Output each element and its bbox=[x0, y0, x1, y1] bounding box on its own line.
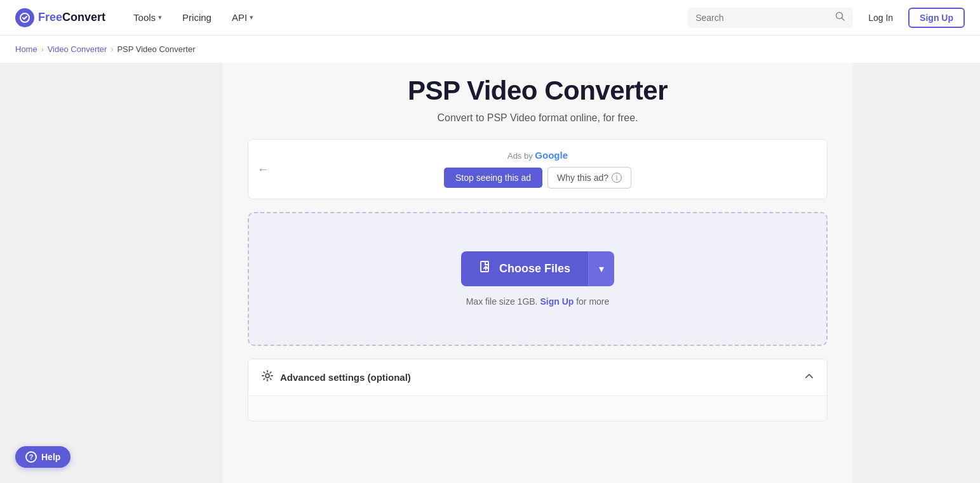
upload-btn-group: Choose Files ▾ bbox=[461, 251, 614, 286]
advanced-settings-body bbox=[248, 395, 827, 421]
left-sidebar bbox=[0, 63, 222, 483]
choose-files-button[interactable]: Choose Files bbox=[461, 251, 588, 286]
nav-pricing[interactable]: Pricing bbox=[175, 7, 219, 28]
main-layout: PSP Video Converter Convert to PSP Video… bbox=[0, 63, 980, 483]
search-input[interactable] bbox=[695, 13, 830, 23]
upload-info: Max file size 1GB. Sign Up for more bbox=[262, 296, 814, 307]
help-button[interactable]: ? Help bbox=[15, 446, 70, 468]
breadcrumb-video-converter[interactable]: Video Converter bbox=[48, 44, 107, 54]
help-icon: ? bbox=[25, 451, 37, 463]
choose-files-dropdown-button[interactable]: ▾ bbox=[588, 251, 614, 286]
ads-by-google: Ads by Google bbox=[261, 150, 814, 161]
breadcrumb-sep-2: › bbox=[111, 45, 113, 54]
page-subtitle: Convert to PSP Video format online, for … bbox=[248, 112, 828, 124]
ads-back-arrow[interactable]: ← bbox=[257, 162, 269, 176]
breadcrumb-sep-1: › bbox=[41, 45, 44, 54]
info-icon: i bbox=[612, 173, 622, 183]
advanced-settings: Advanced settings (optional) bbox=[248, 359, 828, 421]
file-upload-icon bbox=[479, 260, 493, 277]
header-right: Log In Sign Up bbox=[688, 8, 965, 28]
nav-tools[interactable]: Tools ▾ bbox=[126, 7, 170, 28]
advanced-settings-chevron-icon bbox=[804, 371, 814, 383]
breadcrumb-home[interactable]: Home bbox=[15, 44, 37, 54]
breadcrumb-current: PSP Video Converter bbox=[117, 44, 195, 54]
upload-zone[interactable]: Choose Files ▾ Max file size 1GB. Sign U… bbox=[248, 212, 828, 346]
main-nav: Tools ▾ Pricing API ▾ bbox=[126, 7, 688, 28]
main-content: PSP Video Converter Convert to PSP Video… bbox=[222, 63, 853, 483]
upload-signup-link[interactable]: Sign Up bbox=[540, 296, 574, 307]
svg-rect-2 bbox=[481, 261, 488, 272]
why-this-ad-button[interactable]: Why this ad? i bbox=[547, 167, 631, 189]
svg-point-3 bbox=[265, 374, 269, 378]
gear-icon bbox=[261, 369, 274, 385]
header: FreeConvert Tools ▾ Pricing API ▾ Log In… bbox=[0, 0, 980, 36]
advanced-settings-header[interactable]: Advanced settings (optional) bbox=[248, 359, 827, 395]
page-title: PSP Video Converter bbox=[248, 76, 828, 106]
logo[interactable]: FreeConvert bbox=[15, 8, 105, 27]
search-icon[interactable] bbox=[835, 11, 845, 24]
signup-button[interactable]: Sign Up bbox=[908, 8, 965, 28]
ads-buttons: Stop seeing this ad Why this ad? i bbox=[261, 167, 814, 189]
stop-seeing-ad-button[interactable]: Stop seeing this ad bbox=[444, 168, 542, 188]
right-sidebar bbox=[853, 63, 980, 483]
chevron-down-icon: ▾ bbox=[599, 263, 604, 275]
login-button[interactable]: Log In bbox=[861, 9, 901, 27]
api-chevron-icon: ▾ bbox=[250, 13, 253, 22]
logo-text: FreeConvert bbox=[38, 11, 105, 24]
nav-api[interactable]: API ▾ bbox=[224, 7, 261, 28]
logo-icon bbox=[15, 8, 34, 27]
breadcrumb: Home › Video Converter › PSP Video Conve… bbox=[0, 36, 980, 63]
tools-chevron-icon: ▾ bbox=[158, 13, 162, 22]
search-box[interactable] bbox=[688, 8, 853, 28]
advanced-header-left: Advanced settings (optional) bbox=[261, 369, 411, 385]
ads-section: ← Ads by Google Stop seeing this ad Why … bbox=[248, 139, 828, 199]
